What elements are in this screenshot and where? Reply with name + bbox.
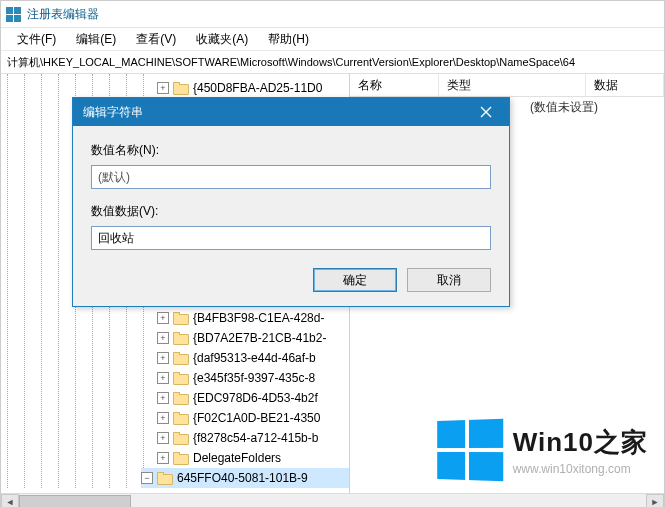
folder-icon: [173, 352, 189, 365]
cancel-button[interactable]: 取消: [407, 268, 491, 292]
folder-icon: [173, 452, 189, 465]
value-data-label: 数值数据(V):: [91, 203, 491, 220]
edit-string-dialog: 编辑字符串 数值名称(N): 数值数据(V): 确定 取消: [72, 97, 510, 307]
value-name-input[interactable]: [91, 165, 491, 189]
folder-icon: [173, 82, 189, 95]
expand-icon[interactable]: +: [157, 332, 169, 344]
expand-icon[interactable]: +: [157, 82, 169, 94]
address-bar[interactable]: 计算机\HKEY_LOCAL_MACHINE\SOFTWARE\Microsof…: [1, 51, 664, 74]
dialog-titlebar[interactable]: 编辑字符串: [73, 98, 509, 126]
value-data-input[interactable]: [91, 226, 491, 250]
folder-icon: [173, 392, 189, 405]
watermark-brand: Win10之家: [513, 425, 648, 460]
titlebar: 注册表编辑器: [1, 1, 664, 28]
tree-item[interactable]: +{BD7A2E7B-21CB-41b2-: [157, 328, 349, 348]
list-header: 名称 类型 数据: [350, 74, 664, 97]
watermark-url: www.win10xitong.com: [513, 462, 648, 476]
menu-view[interactable]: 查看(V): [126, 29, 186, 50]
tree-item[interactable]: +{f8278c54-a712-415b-b: [157, 428, 349, 448]
col-type[interactable]: 类型: [439, 74, 586, 96]
ok-button[interactable]: 确定: [313, 268, 397, 292]
value-name-label: 数值名称(N):: [91, 142, 491, 159]
regedit-window: 注册表编辑器 文件(F) 编辑(E) 查看(V) 收藏夹(A) 帮助(H) 计算…: [0, 0, 665, 507]
expand-icon[interactable]: +: [157, 352, 169, 364]
folder-icon: [173, 412, 189, 425]
col-name[interactable]: 名称: [350, 74, 439, 96]
app-icon: [5, 6, 21, 22]
expand-icon[interactable]: +: [157, 312, 169, 324]
scroll-right-button[interactable]: ►: [646, 494, 664, 507]
dialog-title: 编辑字符串: [83, 104, 143, 121]
tree-item[interactable]: +{daf95313-e44d-46af-b: [157, 348, 349, 368]
scroll-thumb[interactable]: [19, 495, 131, 507]
cell-data: (数值未设置): [530, 99, 598, 116]
scroll-left-button[interactable]: ◄: [1, 494, 19, 507]
expand-icon[interactable]: +: [157, 432, 169, 444]
tree-item[interactable]: +{EDC978D6-4D53-4b2f: [157, 388, 349, 408]
expand-icon[interactable]: +: [157, 372, 169, 384]
tree-item[interactable]: +{e345f35f-9397-435c-8: [157, 368, 349, 388]
watermark: Win10之家 www.win10xitong.com: [435, 420, 648, 480]
expand-icon[interactable]: +: [157, 392, 169, 404]
tree-item[interactable]: +{B4FB3F98-C1EA-428d-: [157, 308, 349, 328]
tree-item[interactable]: +{F02C1A0D-BE21-4350: [157, 408, 349, 428]
menu-help[interactable]: 帮助(H): [258, 29, 319, 50]
scroll-track[interactable]: [19, 495, 646, 507]
folder-icon: [173, 372, 189, 385]
folder-icon: [173, 332, 189, 345]
close-button[interactable]: [469, 102, 503, 122]
expand-icon[interactable]: −: [141, 472, 153, 484]
col-data[interactable]: 数据: [586, 74, 664, 96]
close-icon: [480, 106, 492, 118]
window-title: 注册表编辑器: [27, 6, 99, 23]
folder-icon: [157, 472, 173, 485]
expand-icon[interactable]: +: [157, 412, 169, 424]
menu-file[interactable]: 文件(F): [7, 29, 66, 50]
menu-edit[interactable]: 编辑(E): [66, 29, 126, 50]
folder-icon: [173, 432, 189, 445]
tree-item-selected[interactable]: −645FFO40-5081-101B-9: [141, 468, 349, 488]
windows-logo-icon: [437, 419, 503, 481]
menu-bar: 文件(F) 编辑(E) 查看(V) 收藏夹(A) 帮助(H): [1, 28, 664, 51]
tree-item[interactable]: +DelegateFolders: [157, 448, 349, 468]
tree-item[interactable]: +{450D8FBA-AD25-11D0: [157, 78, 349, 98]
folder-icon: [173, 312, 189, 325]
horizontal-scrollbar[interactable]: ◄ ►: [1, 493, 664, 507]
menu-favorites[interactable]: 收藏夹(A): [186, 29, 258, 50]
expand-icon[interactable]: +: [157, 452, 169, 464]
